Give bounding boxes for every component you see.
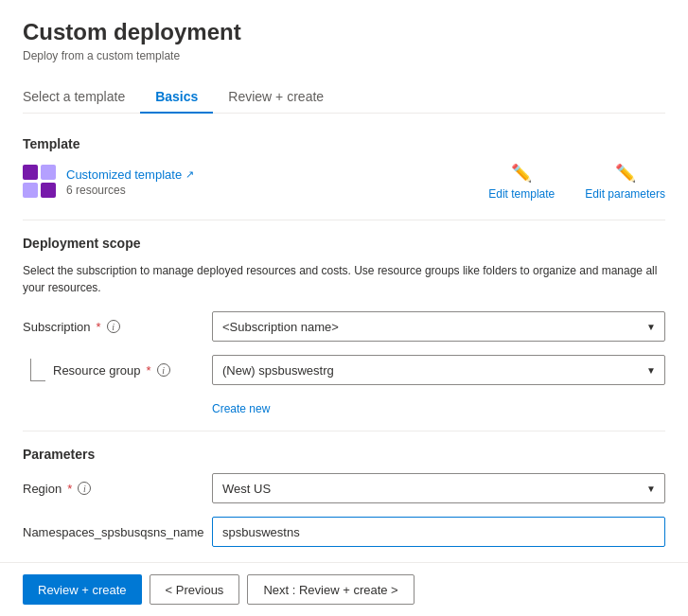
- deployment-scope-section: Deployment scope Select the subscription…: [23, 236, 665, 415]
- namespace-control-wrapper: [212, 517, 665, 547]
- edit-template-link[interactable]: ✏️ Edit template: [488, 163, 555, 201]
- subscription-row: Subscription * i <Subscription name> ▼: [23, 311, 665, 342]
- page-subtitle: Deploy from a custom template: [23, 49, 665, 62]
- deployment-scope-heading: Deployment scope: [23, 236, 665, 251]
- resource-group-select[interactable]: (New) spsbuswestrg: [212, 355, 665, 385]
- icon-block-1: [23, 165, 38, 180]
- tab-basics[interactable]: Basics: [140, 81, 213, 114]
- create-new-wrapper: Create new: [23, 398, 665, 415]
- resource-group-control-wrapper: (New) spsbuswestrg ▼: [212, 355, 665, 385]
- scope-description: Select the subscription to manage deploy…: [23, 262, 665, 296]
- next-button[interactable]: Next : Review + create >: [247, 574, 414, 605]
- indent-line: [30, 359, 45, 381]
- create-new-link[interactable]: Create new: [212, 402, 270, 415]
- region-required: *: [67, 482, 72, 496]
- parameters-section: Parameters Region * i West US ▼ Namespac…: [23, 447, 665, 547]
- template-info: Customized template ↗ 6 resources: [23, 165, 194, 199]
- subscription-control-wrapper: <Subscription name> ▼: [212, 311, 665, 342]
- previous-button[interactable]: < Previous: [150, 574, 240, 605]
- review-create-button[interactable]: Review + create: [23, 574, 142, 605]
- template-text-info: Customized template ↗ 6 resources: [66, 167, 194, 197]
- template-row: Customized template ↗ 6 resources ✏️ Edi…: [23, 163, 665, 201]
- namespace-label: Namespaces_spsbusqsns_name: [23, 525, 212, 539]
- namespace-input[interactable]: [212, 517, 665, 547]
- page-container: Custom deployment Deploy from a custom t…: [0, 0, 688, 579]
- icon-block-3: [23, 183, 38, 198]
- resource-group-required: *: [147, 363, 151, 378]
- subscription-select[interactable]: <Subscription name>: [212, 311, 665, 342]
- resource-group-info-icon[interactable]: i: [157, 363, 170, 377]
- region-select[interactable]: West US: [212, 473, 665, 503]
- page-title: Custom deployment: [23, 19, 665, 45]
- template-actions: ✏️ Edit template ✏️ Edit parameters: [488, 163, 665, 201]
- subscription-required: *: [97, 320, 101, 334]
- subscription-info-icon[interactable]: i: [107, 320, 120, 333]
- namespace-row: Namespaces_spsbusqsns_name: [23, 517, 665, 547]
- icon-block-2: [41, 165, 56, 180]
- resource-group-label: Resource group * i: [53, 363, 170, 378]
- icon-block-4: [41, 183, 56, 198]
- resource-group-select-wrapper: (New) spsbuswestrg ▼: [212, 355, 665, 385]
- region-select-wrapper: West US ▼: [212, 473, 665, 503]
- pencil-icon-template: ✏️: [511, 163, 532, 184]
- region-row: Region * i West US ▼: [23, 473, 665, 503]
- subscription-label: Subscription * i: [23, 320, 212, 334]
- pencil-icon-parameters: ✏️: [615, 163, 636, 184]
- divider-2: [23, 431, 665, 431]
- template-icon: [23, 165, 57, 199]
- region-info-icon[interactable]: i: [78, 482, 91, 495]
- edit-parameters-link[interactable]: ✏️ Edit parameters: [585, 163, 665, 201]
- tab-select-template[interactable]: Select a template: [23, 81, 140, 114]
- footer: Review + create < Previous Next : Review…: [0, 562, 688, 616]
- template-link[interactable]: Customized template ↗: [66, 167, 194, 182]
- region-control-wrapper: West US ▼: [212, 473, 665, 503]
- divider-1: [23, 220, 665, 220]
- tabs-nav: Select a template Basics Review + create: [23, 81, 665, 114]
- create-new-spacer: [23, 398, 212, 415]
- parameters-heading: Parameters: [23, 447, 665, 462]
- external-link-icon: ↗: [185, 168, 194, 181]
- template-resources: 6 resources: [66, 184, 194, 197]
- template-section: Template Customized template ↗ 6 resourc…: [23, 136, 665, 201]
- tab-review-create[interactable]: Review + create: [213, 81, 339, 114]
- subscription-select-wrapper: <Subscription name> ▼: [212, 311, 665, 342]
- region-label: Region * i: [23, 482, 212, 496]
- resource-group-indent: Resource group * i: [23, 359, 212, 381]
- template-section-heading: Template: [23, 136, 665, 151]
- resource-group-row: Resource group * i (New) spsbuswestrg ▼: [23, 355, 665, 385]
